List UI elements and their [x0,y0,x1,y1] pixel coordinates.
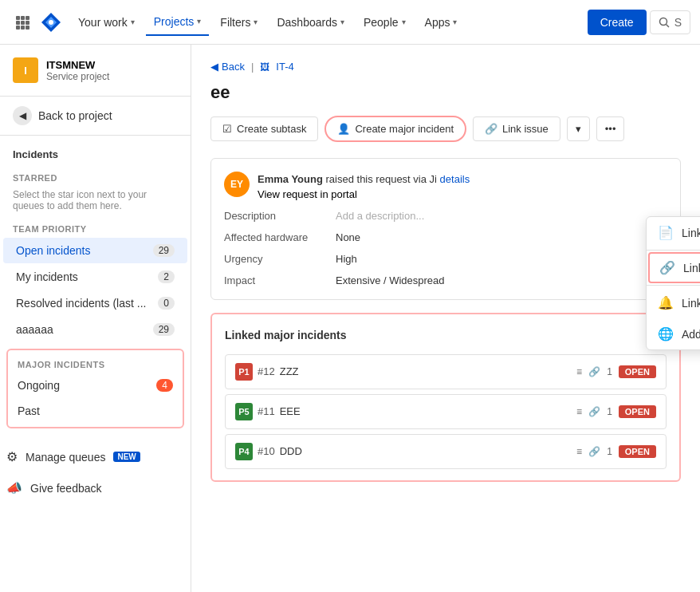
issue-header: EY Emma Young raised this request via Ji… [224,172,667,200]
impact-field: Impact Extensive / Widespread [224,274,667,286]
dropdown-divider [647,250,700,251]
dropdown-toggle-button[interactable]: ▾ [567,116,590,141]
open-badge-1: OPEN [619,365,656,378]
breadcrumb-issue-icon: 🖼 [260,61,269,73]
project-icon: I [13,57,38,83]
chevron-down-icon: ▾ [254,18,258,26]
give-feedback-button[interactable]: 📣 Give feedback [0,472,191,503]
svg-rect-7 [21,26,25,30]
dropdown-divider-2 [647,285,700,286]
nav-your-work[interactable]: Your work ▾ [70,10,143,35]
resolved-badge: 0 [158,297,175,310]
linked-item-actions-1: ≡ 🔗 1 OPEN [576,365,656,378]
megaphone-icon: 📣 [6,480,22,495]
create-button[interactable]: Create [588,10,647,35]
back-to-project-button[interactable]: ◀ Back to project [0,97,191,136]
app-logo[interactable] [38,10,64,35]
create-subtask-button[interactable]: ☑ Create subtask [210,116,318,141]
breadcrumb-issue[interactable]: IT-4 [276,61,293,73]
project-name: ITSMNEW [46,59,109,71]
link-issue-button[interactable]: 🔗 Link issue [473,116,560,141]
action-bar: ☑ Create subtask 👤 Create major incident… [210,116,681,142]
linked-header: Linked major incidents + [225,326,667,345]
chevron-down-icon: ▾ [576,123,581,135]
view-portal-link[interactable]: View request in portal [258,188,357,200]
new-badge: NEW [113,452,140,462]
svg-rect-0 [16,16,20,20]
nav-projects[interactable]: Projects ▾ [146,9,210,36]
major-incidents-section: MAJOR INCIDENTS Ongoing 4 Past [6,349,184,428]
linked-item-name-3: DDD [280,445,576,457]
linked-item-id-1: #12 [258,365,275,377]
chevron-down-icon: ▾ [402,18,406,26]
starred-category: STARRED [0,167,191,186]
top-nav: Your work ▾ Projects ▾ Filters ▾ Dashboa… [0,0,700,45]
svg-rect-8 [26,26,29,30]
sidebar-item-resolved-incidents[interactable]: Resolved incidents (last ... 0 [3,290,187,316]
affected-hardware-field: Affected hardware None [224,231,667,243]
sidebar-item-my-incidents[interactable]: My incidents 2 [3,264,187,290]
issue-fields: Description Add a description... Affecte… [224,210,667,286]
chevron-down-icon: ▾ [197,17,201,26]
aaaaaa-badge: 29 [153,323,175,336]
sidebar-section-title: Incidents [0,136,191,167]
search-button[interactable]: S [650,10,690,34]
project-type: Service project [46,71,109,82]
nav-dashboards[interactable]: Dashboards ▾ [269,10,352,35]
raised-text: Emma Young raised this request via Ji de… [258,172,470,187]
list-icon-2: ≡ [576,406,582,417]
priority-badge-p4: P4 [235,443,253,460]
app-layout: I ITSMNEW Service project ◀ Back to proj… [0,45,700,592]
manage-queues-button[interactable]: ⚙ Manage queues NEW [0,441,191,472]
globe-icon: 🌐 [658,326,674,341]
avatar: EY [224,172,250,197]
dropdown-item-add-web-link[interactable]: 🌐 Add web link [647,318,700,349]
link-major-icon: 🔗 [659,260,675,275]
more-options-button[interactable]: ••• [596,116,625,141]
link-count-1: 1 [607,366,612,377]
link-count-icon-1: 🔗 [588,366,600,377]
sidebar-item-open-incidents[interactable]: Open incidents 29 [3,238,187,263]
linked-item-name-1: ZZZ [280,365,576,377]
svg-point-9 [49,20,53,25]
open-incidents-badge: 29 [153,244,175,257]
list-icon-3: ≡ [576,446,582,457]
grid-icon[interactable] [10,10,35,35]
breadcrumb-separator: | [251,61,254,73]
dropdown-item-link-major-incident[interactable]: 🔗 Link major incident [648,252,700,283]
nav-filters[interactable]: Filters ▾ [212,10,265,35]
details-link[interactable]: details [440,173,470,185]
nav-apps[interactable]: Apps ▾ [417,10,466,35]
incident-icon: 👤 [337,123,350,135]
dropdown-item-link-alerts[interactable]: 🔔 Link alerts [647,287,700,318]
nav-people[interactable]: People ▾ [356,10,414,35]
my-incidents-badge: 2 [158,270,175,283]
sidebar-item-ongoing[interactable]: Ongoing 4 [8,373,183,398]
linked-item-3: P4 #10 DDD ≡ 🔗 1 OPEN [225,434,667,469]
ellipsis-icon: ••• [605,123,616,135]
bell-icon: 🔔 [658,295,674,310]
linked-item-id-3: #10 [258,445,275,457]
priority-badge-p5: P5 [235,403,253,420]
project-header: I ITSMNEW Service project [0,45,191,97]
urgency-field: Urgency High [224,253,667,265]
sidebar-item-aaaaaa[interactable]: aaaaaa 29 [3,317,187,342]
link-count-2: 1 [607,406,612,417]
create-major-incident-button[interactable]: 👤 Create major incident [324,116,466,142]
dropdown-menu: 📄 Link Confluence page 🔗 Link major inci… [646,216,700,350]
back-link[interactable]: ◀ Back [210,61,245,73]
sidebar-item-past[interactable]: Past [8,398,183,424]
dropdown-item-confluence[interactable]: 📄 Link Confluence page [647,217,700,248]
list-icon-1: ≡ [576,366,582,377]
linked-item-name-2: EEE [280,405,576,417]
svg-line-11 [666,24,669,27]
open-badge-3: OPEN [619,445,656,458]
link-count-3: 1 [607,446,612,457]
subtask-icon: ☑ [222,123,232,135]
issue-card: EY Emma Young raised this request via Ji… [210,158,681,300]
major-incidents-title: MAJOR INCIDENTS [8,353,183,373]
starred-hint: Select the star icon next to your queues… [0,186,191,218]
linked-item-1: P1 #12 ZZZ ≡ 🔗 1 OPEN [225,354,667,389]
link-count-icon-3: 🔗 [588,446,600,457]
back-icon: ◀ [13,106,32,125]
